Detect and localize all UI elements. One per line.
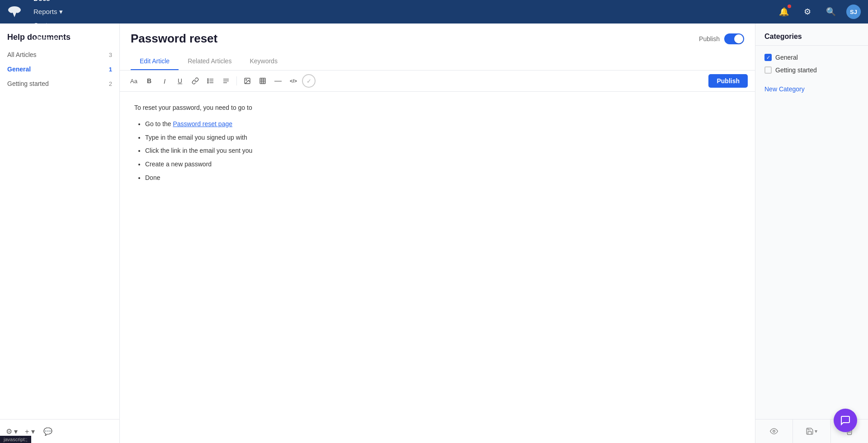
svg-point-10 [246, 80, 247, 80]
password-reset-link[interactable]: Password reset page [173, 120, 232, 127]
toolbar-publish-button[interactable]: Publish [708, 74, 748, 88]
font-size-button[interactable]: Aa [127, 74, 141, 88]
sidebar-item-count: 1 [109, 66, 112, 73]
app-layout: Help documents All Articles3General1Gett… [0, 24, 868, 443]
editor-list: Go to the Password reset page Type in th… [134, 119, 741, 184]
nav-item-docs[interactable]: Docs [27, 0, 73, 5]
bullet-list-button[interactable] [204, 74, 217, 88]
editor-body[interactable]: To reset your password, you need to go t… [120, 92, 755, 443]
nav-items: MailboxDocsReports ▾CustomersManage ▾ [27, 0, 73, 45]
toolbar-separator [236, 76, 237, 85]
tab-edit-article[interactable]: Edit Article [131, 53, 179, 70]
status-bar: javascript:; [0, 436, 31, 443]
image-button[interactable] [241, 74, 254, 88]
new-category-link[interactable]: New Category [755, 82, 868, 96]
sidebar-item-getting-started[interactable]: Getting started2 [0, 76, 119, 91]
nav-item-reports[interactable]: Reports ▾ [27, 5, 73, 19]
sidebar-item-count: 3 [109, 52, 112, 58]
bold-button[interactable]: B [142, 74, 156, 88]
right-panel: Categories ✓GeneralGetting started New C… [755, 24, 868, 443]
sidebar-item-general[interactable]: General1 [0, 62, 119, 76]
svg-point-4 [208, 80, 208, 81]
notifications-button[interactable]: 🔔 [776, 4, 792, 20]
sidebar-item-all-articles[interactable]: All Articles3 [0, 47, 119, 62]
category-item-getting-started: Getting started [764, 64, 859, 76]
chat-bubble-button[interactable] [834, 409, 857, 432]
svg-point-3 [208, 79, 208, 80]
category-item-general: ✓General [764, 51, 859, 64]
article-title: Password reset [131, 32, 217, 46]
avatar[interactable]: SJ [846, 5, 861, 19]
list-item: Done [145, 173, 741, 184]
main-editor: Password reset Publish Edit ArticleRelat… [120, 24, 755, 443]
horizontal-rule-button[interactable]: — [271, 74, 285, 88]
publish-label: Publish [699, 35, 720, 42]
list-item: Click the link in the email you sent you [145, 146, 741, 156]
article-header: Password reset Publish Edit ArticleRelat… [120, 24, 755, 71]
tab-keywords[interactable]: Keywords [241, 53, 286, 70]
publish-toggle-area: Publish [699, 33, 744, 44]
tab-related-articles[interactable]: Related Articles [179, 53, 241, 70]
top-navigation: MailboxDocsReports ▾CustomersManage ▾ 🔔 … [0, 0, 868, 24]
nav-right: 🔔 ⚙ 🔍 SJ [776, 4, 861, 20]
sidebar-list: All Articles3General1Getting started2 [0, 47, 119, 419]
sidebar-item-count: 2 [109, 80, 112, 87]
align-button[interactable] [219, 74, 233, 88]
list-item: Create a new password [145, 159, 741, 170]
underline-button[interactable]: U [173, 74, 187, 88]
sidebar-item-label: General [7, 66, 31, 73]
editor-toolbar: Aa B I U — </> ✓ Publish [120, 71, 755, 92]
checkbox-getting-started[interactable] [764, 66, 772, 74]
save-button[interactable]: ▾ [793, 419, 830, 443]
svg-point-5 [208, 82, 208, 83]
table-button[interactable] [256, 74, 269, 88]
preview-button[interactable] [755, 419, 793, 443]
list-item: Go to the Password reset page [145, 119, 741, 130]
svg-point-16 [773, 430, 775, 433]
notification-badge [788, 5, 791, 8]
publish-toggle[interactable] [724, 33, 744, 44]
sidebar-item-label: All Articles [7, 51, 37, 58]
categories-title: Categories [755, 24, 868, 46]
category-label-general: General [775, 54, 798, 61]
article-title-row: Password reset Publish [131, 32, 744, 46]
list-item: Type in the email you signed up with [145, 132, 741, 143]
sidebar-item-label: Getting started [7, 80, 49, 87]
nav-item-customers[interactable]: Customers [27, 19, 73, 32]
sidebar-chat-button[interactable]: 💬 [40, 423, 56, 439]
logo[interactable] [7, 5, 22, 19]
categories-list: ✓GeneralGetting started [755, 46, 868, 82]
sidebar: Help documents All Articles3General1Gett… [0, 24, 120, 443]
svg-rect-11 [260, 78, 265, 84]
code-button[interactable]: </> [287, 74, 300, 88]
link-button[interactable] [189, 74, 202, 88]
category-label-getting-started: Getting started [775, 66, 817, 74]
check-button[interactable]: ✓ [302, 74, 316, 88]
toggle-knob [734, 34, 743, 43]
editor-intro: To reset your password, you need to go t… [134, 103, 741, 113]
italic-button[interactable]: I [158, 74, 171, 88]
search-button[interactable]: 🔍 [823, 4, 839, 20]
nav-item-manage[interactable]: Manage ▾ [27, 32, 73, 45]
settings-button[interactable]: ⚙ [799, 4, 816, 20]
article-tabs: Edit ArticleRelated ArticlesKeywords [131, 53, 744, 70]
checkbox-general[interactable]: ✓ [764, 54, 772, 61]
